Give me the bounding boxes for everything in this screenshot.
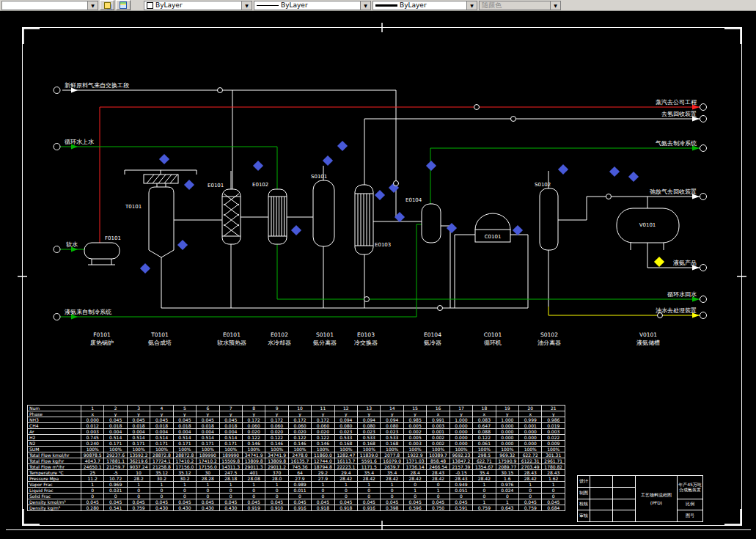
table-cell: 21	[542, 406, 565, 411]
table-cell: 0.045	[542, 499, 565, 505]
table-cell: 0.045	[334, 499, 357, 505]
equipment-S0101	[313, 180, 334, 246]
table-cell: 0.018	[197, 423, 219, 429]
table-cell: 858.48	[427, 458, 449, 464]
instrument-diamond-icon	[140, 263, 150, 274]
table-cell: 0.018	[173, 423, 196, 429]
io-label: 循环水回水	[667, 291, 697, 298]
table-cell: 28.28	[197, 476, 219, 482]
table-cell: 0.080	[358, 423, 381, 429]
table-cell: 2639.7	[381, 464, 403, 470]
table-cell: 100%	[381, 447, 403, 452]
table-cell: 16113.7	[334, 458, 357, 464]
table-cell: 0.168	[358, 441, 381, 447]
scale-label: 比例	[678, 499, 702, 510]
chevron-down-icon: ▼	[550, 1, 560, 10]
table-cell: 100%	[403, 447, 426, 452]
io-label: 蒸汽去公司工程	[656, 99, 697, 106]
connector-circles	[54, 87, 707, 320]
make-object-layer-current-button[interactable]	[100, 0, 114, 10]
table-cell: 0	[265, 488, 288, 494]
equipment-E0102	[268, 189, 287, 244]
table-cell: 21259.7	[104, 464, 127, 470]
instrument-diamond-icon	[337, 141, 348, 151]
table-cell: 0.045	[427, 499, 449, 505]
io-label: 循环水上水	[65, 139, 94, 145]
layer-sheet-icon	[104, 2, 111, 9]
drawing-canvas[interactable]: 新鲜原料气来自交换工段 循环水上水 软水 液氨来自制冷系统 蒸汽去公司工程 去氢…	[0, 0, 756, 539]
stream-number-bubble	[438, 306, 443, 311]
layer-previous-button[interactable]	[116, 0, 131, 10]
table-cell: 0.045	[150, 499, 173, 505]
table-cell: y	[403, 411, 426, 417]
table-cell: 30	[197, 470, 219, 476]
table-cell: 17881.1	[104, 458, 127, 464]
table-cell: 0.011	[288, 488, 311, 494]
table-cell: 0.514	[127, 435, 150, 441]
instrument-diamond-icon	[291, 225, 301, 235]
table-cell: 25	[81, 470, 104, 476]
table-cell: 0	[219, 488, 242, 494]
table-cell: 1	[381, 482, 403, 488]
chevron-down-icon[interactable]: ▼	[466, 1, 477, 10]
table-cell: 35.12	[173, 470, 196, 476]
table-cell: 0.280	[81, 505, 104, 511]
equipment-E0101	[222, 189, 241, 244]
table-cell: 1171.5	[358, 464, 381, 470]
table-cell: 20	[519, 406, 542, 411]
table-row-label: Density kg/m³	[28, 505, 81, 511]
linetype-sample-icon	[257, 5, 279, 6]
legend-id: S0102	[540, 331, 558, 338]
chevron-down-icon[interactable]: ▼	[360, 1, 370, 10]
table-cell: 100%	[81, 447, 104, 452]
table-cell: 0.003	[542, 429, 565, 435]
table-cell: 0.045	[265, 499, 288, 505]
chevron-down-icon[interactable]: ▼	[241, 1, 252, 10]
table-cell: 0.045	[127, 417, 150, 423]
table-cell: 0	[173, 494, 196, 499]
table-cell: 0.172	[312, 417, 334, 423]
table-cell: 0.146	[242, 441, 265, 447]
table-cell: 9	[265, 406, 288, 411]
table-cell: x	[81, 411, 104, 417]
title-block: 工艺物料流程图 (PFD) 年产45万吨合成氨装置 设计 制图 校核 审核 比例…	[577, 475, 703, 522]
layer-combo-field[interactable]	[2, 1, 87, 10]
table-cell: 0.020	[242, 429, 265, 435]
table-cell: 0.591	[449, 505, 472, 511]
table-cell: 35.12	[150, 470, 173, 476]
color-combo[interactable]: ByLayer ▼	[144, 1, 252, 10]
table-row-label: SUM	[28, 447, 81, 452]
table-cell: 17410.2	[173, 458, 196, 464]
instrument-diamond-icon	[375, 190, 385, 200]
color-swatch	[147, 2, 153, 9]
table-cell: 0.541	[104, 505, 127, 511]
table-cell: 0	[197, 488, 219, 494]
table-cell: 0	[104, 494, 127, 499]
table-cell: 1371.03	[403, 458, 426, 464]
table-cell: 1	[542, 482, 565, 488]
table-cell: 0.045	[242, 499, 265, 505]
legend-id: V0101	[639, 331, 657, 338]
table-cell: 0.976	[496, 482, 518, 488]
legend-name: 循环机	[484, 340, 502, 346]
linetype-combo[interactable]: ByLayer ▼	[254, 1, 371, 10]
table-cell: y	[127, 411, 150, 417]
chevron-down-icon[interactable]: ▼	[87, 1, 98, 10]
table-cell: 100%	[242, 447, 265, 452]
table-cell: 0.060	[265, 423, 288, 429]
table-cell: 16135.7	[288, 458, 311, 464]
table-row-label: Total Flow kmol/hr	[28, 452, 81, 458]
lineweight-combo[interactable]: ByLayer ▼	[373, 1, 477, 10]
table-cell: 0.000	[519, 429, 542, 435]
io-label: 新鲜原料气来自交换工段	[65, 82, 129, 89]
table-cell: 0.750	[427, 505, 449, 511]
table-cell: 0	[427, 494, 449, 499]
table-cell: 0.122	[312, 435, 334, 441]
table-cell: 0.910	[265, 505, 288, 511]
table-cell: 0	[381, 494, 403, 499]
table-cell: 0.000	[81, 417, 104, 423]
table-cell: 0.985	[403, 417, 426, 423]
table-cell: 0.023	[381, 429, 403, 435]
table-cell: 28.18	[219, 476, 242, 482]
layer-combo[interactable]: ▼	[1, 1, 98, 10]
